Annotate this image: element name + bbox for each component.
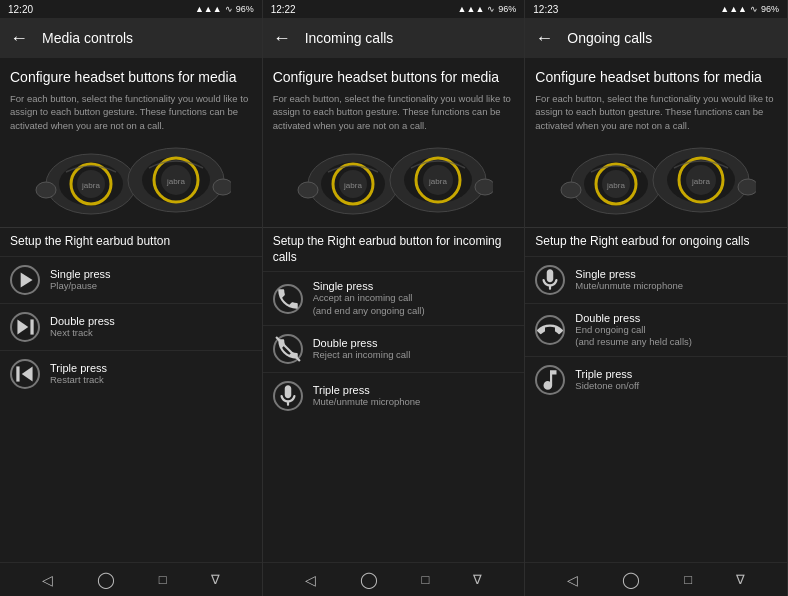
button-item[interactable]: Triple pressRestart track [0,350,262,397]
nav-recent-icon[interactable]: □ [159,572,167,587]
button-text: Double pressReject an incoming call [313,337,411,361]
svg-marker-15 [22,366,33,381]
button-label: Single press [313,280,425,292]
button-desc: Play/pause [50,280,111,292]
button-label: Triple press [575,368,639,380]
mute-icon [535,265,565,295]
svg-point-41 [738,179,756,195]
prev-icon [10,359,40,389]
button-text: Single pressMute/unmute microphone [575,268,683,292]
button-text: Double pressEnd ongoing call (and resume… [575,312,692,349]
svg-marker-12 [21,272,33,287]
description-text: For each button, select the functionalit… [273,92,515,132]
nav-down-icon[interactable]: ∇ [473,572,482,587]
page-title: Ongoing calls [567,30,652,46]
button-text: Triple pressMute/unmute microphone [313,384,421,408]
earbud-image: jabra jabra [263,132,525,227]
button-desc: Restart track [50,374,107,386]
nav-down-icon[interactable]: ∇ [211,572,220,587]
earbud-image: jabra jabra [0,132,262,227]
button-label: Triple press [50,362,107,374]
button-item[interactable]: Single pressMute/unmute microphone [525,256,787,303]
button-text: Triple pressSidetone on/off [575,368,639,392]
nav-back-icon[interactable]: ◁ [567,572,578,588]
status-bar: 12:22 ▲▲▲ ∿ 96% [263,0,525,18]
battery-icon: 96% [236,4,254,14]
status-icons: ▲▲▲ ∿ 96% [720,4,779,14]
nav-down-icon[interactable]: ∇ [736,572,745,587]
main-heading: Configure headset buttons for media [273,68,515,86]
section-title: Setup the Right earbud button for incomi… [263,227,525,271]
svg-text:jabra: jabra [691,177,710,186]
back-button[interactable]: ← [535,28,553,49]
status-time: 12:20 [8,4,33,15]
earbud-image: jabra jabra [525,132,787,227]
description-text: For each button, select the functionalit… [535,92,777,132]
svg-point-5 [36,182,56,198]
top-bar: ← Ongoing calls [525,18,787,58]
button-item[interactable]: Double pressEnd ongoing call (and resume… [525,303,787,357]
button-text: Double pressNext track [50,315,115,339]
svg-line-29 [276,337,300,361]
nav-recent-icon[interactable]: □ [684,572,692,587]
main-heading: Configure headset buttons for media [535,68,777,86]
battery-icon: 96% [761,4,779,14]
section-title: Setup the Right earbud button [0,227,262,256]
svg-text:jabra: jabra [344,181,363,190]
svg-point-35 [561,182,581,198]
status-time: 12:22 [271,4,296,15]
button-label: Double press [50,315,115,327]
button-text: Single pressAccept an incoming call (and… [313,280,425,317]
button-item[interactable]: Triple pressSidetone on/off [525,356,787,403]
mute-icon [273,381,303,411]
sidetone-icon [535,365,565,395]
button-item[interactable]: Single pressPlay/pause [0,256,262,303]
svg-point-11 [213,179,231,195]
svg-point-28 [475,179,493,195]
back-button[interactable]: ← [10,28,28,49]
top-bar: ← Media controls [0,18,262,58]
button-item[interactable]: Double pressReject an incoming call [263,325,525,372]
main-heading: Configure headset buttons for media [10,68,252,86]
nav-recent-icon[interactable]: □ [422,572,430,587]
svg-marker-13 [17,319,28,334]
nav-home-icon[interactable]: ◯ [622,570,640,589]
back-button[interactable]: ← [273,28,291,49]
wifi-icon: ∿ [750,4,758,14]
status-icons: ▲▲▲ ∿ 96% [458,4,517,14]
nav-bar: ◁ ◯ □ ∇ [263,562,525,596]
screen-media-controls: 12:20 ▲▲▲ ∿ 96% ← Media controls Configu… [0,0,263,596]
svg-rect-14 [30,319,33,334]
page-title: Media controls [42,30,133,46]
button-label: Double press [575,312,692,324]
play-icon [10,265,40,295]
svg-point-22 [298,182,318,198]
signal-icon: ▲▲▲ [720,4,747,14]
button-text: Single pressPlay/pause [50,268,111,292]
next-icon [10,312,40,342]
nav-home-icon[interactable]: ◯ [360,570,378,589]
wifi-icon: ∿ [487,4,495,14]
button-desc: Reject an incoming call [313,349,411,361]
nav-back-icon[interactable]: ◁ [42,572,53,588]
section-title: Setup the Right earbud for ongoing calls [525,227,787,256]
signal-icon: ▲▲▲ [195,4,222,14]
battery-icon: 96% [498,4,516,14]
button-item[interactable]: Double pressNext track [0,303,262,350]
page-title: Incoming calls [305,30,394,46]
screen-incoming-calls: 12:22 ▲▲▲ ∿ 96% ← Incoming calls Configu… [263,0,526,596]
button-desc: Mute/unmute microphone [313,396,421,408]
content-area: Configure headset buttons for media For … [263,58,525,132]
button-item[interactable]: Triple pressMute/unmute microphone [263,372,525,419]
button-label: Double press [313,337,411,349]
nav-home-icon[interactable]: ◯ [97,570,115,589]
button-item[interactable]: Single pressAccept an incoming call (and… [263,271,525,325]
svg-rect-16 [16,366,19,381]
status-bar: 12:23 ▲▲▲ ∿ 96% [525,0,787,18]
wifi-icon: ∿ [225,4,233,14]
screen-ongoing-calls: 12:23 ▲▲▲ ∿ 96% ← Ongoing calls Configur… [525,0,788,596]
button-desc: Next track [50,327,115,339]
nav-back-icon[interactable]: ◁ [305,572,316,588]
button-label: Triple press [313,384,421,396]
status-time: 12:23 [533,4,558,15]
